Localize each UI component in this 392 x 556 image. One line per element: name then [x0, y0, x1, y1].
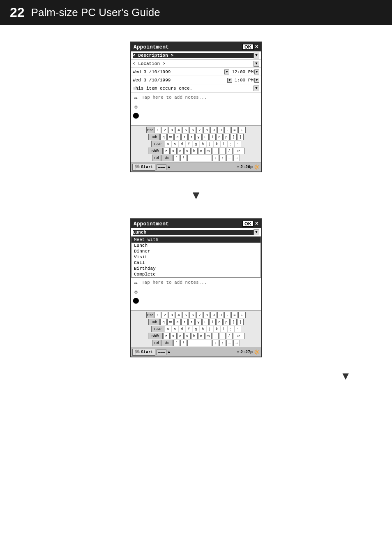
- description-dropdown-1[interactable]: ▼: [254, 53, 259, 58]
- key2-8[interactable]: 8: [203, 312, 210, 318]
- key-space[interactable]: [187, 155, 212, 161]
- key-w[interactable]: w: [167, 134, 174, 140]
- key-backtick[interactable]: `: [173, 155, 180, 161]
- key2-enter[interactable]: ↵: [233, 333, 244, 339]
- key2-t[interactable]: t: [188, 319, 195, 325]
- key2-7[interactable]: 7: [196, 312, 203, 318]
- time2-text[interactable]: 1:00 PM: [235, 78, 254, 83]
- dropdown-item-2[interactable]: Dinner: [131, 248, 261, 254]
- key-comma[interactable]: ,: [212, 148, 219, 154]
- key-down[interactable]: ↓: [212, 155, 219, 161]
- pen-icon-2[interactable]: ✏: [134, 279, 138, 287]
- key2-c[interactable]: c: [177, 333, 184, 339]
- key-o[interactable]: o: [216, 134, 223, 140]
- date2-dropdown[interactable]: ▼: [227, 78, 232, 83]
- key2-y[interactable]: y: [195, 319, 202, 325]
- key2-tab[interactable]: Tab: [148, 319, 160, 325]
- taskbar-kbd-1[interactable]: ▬▬▬: [157, 164, 166, 170]
- key-right[interactable]: →: [233, 155, 240, 161]
- dropdown-item-4[interactable]: Call: [131, 260, 261, 266]
- key-v[interactable]: v: [184, 148, 191, 154]
- key-backspace[interactable]: ←: [238, 127, 246, 133]
- key2-9[interactable]: 9: [210, 312, 217, 318]
- ok-button-1[interactable]: OK: [242, 44, 254, 50]
- date2-text[interactable]: Wed 3 /10/1999: [133, 78, 226, 83]
- key-backslash[interactable]: \: [180, 155, 187, 161]
- time1-dropdown[interactable]: ▼: [254, 70, 259, 74]
- key-cap[interactable]: CAP: [151, 141, 164, 147]
- lunch-dropdown[interactable]: ▼: [254, 229, 259, 235]
- key2-0[interactable]: 0: [217, 312, 224, 318]
- key2-d[interactable]: d: [179, 326, 185, 332]
- location-field-1[interactable]: < Location >: [133, 61, 254, 66]
- dropdown-item-1[interactable]: Lunch: [131, 243, 261, 248]
- dropdown-item-6[interactable]: Complete: [131, 271, 261, 277]
- description-field-1[interactable]: < Description >: [133, 53, 254, 58]
- key2-x[interactable]: x: [170, 333, 177, 339]
- key-ctl[interactable]: Ctl: [152, 155, 161, 161]
- key2-slash[interactable]: /: [226, 333, 233, 339]
- key-esc[interactable]: Esc: [146, 127, 154, 133]
- key-4[interactable]: 4: [175, 127, 182, 133]
- key-rbracket[interactable]: ]: [237, 134, 244, 140]
- key2-k[interactable]: k: [214, 326, 220, 332]
- key-s[interactable]: s: [172, 141, 178, 147]
- key2-backspace[interactable]: ←: [238, 312, 246, 318]
- key-slash[interactable]: /: [226, 148, 233, 154]
- notes-placeholder-2[interactable]: Tap here to add notes...: [141, 279, 259, 308]
- key2-minus[interactable]: -: [224, 312, 231, 318]
- key2-q[interactable]: q: [160, 319, 167, 325]
- key2-right[interactable]: →: [233, 340, 240, 346]
- dropdown-item-3[interactable]: Visit: [131, 254, 261, 260]
- key-y[interactable]: y: [195, 134, 202, 140]
- dropdown-item-5[interactable]: Birthday: [131, 266, 261, 271]
- key-9[interactable]: 9: [210, 127, 217, 133]
- key-g[interactable]: g: [193, 141, 199, 147]
- key2-ctl[interactable]: Ctl: [152, 340, 161, 346]
- key2-2[interactable]: 2: [161, 312, 168, 318]
- start-button-2[interactable]: 🏁 Start: [132, 349, 155, 356]
- key2-v[interactable]: v: [184, 333, 191, 339]
- record-icon-2[interactable]: ⬤: [133, 297, 139, 305]
- key2-j[interactable]: j: [207, 326, 213, 332]
- key-lbracket[interactable]: [: [230, 134, 237, 140]
- taskbar-arrow-2[interactable]: ▲: [168, 350, 170, 354]
- key2-up[interactable]: ↑: [219, 340, 226, 346]
- lunch-field[interactable]: Lunch: [133, 230, 254, 235]
- key-up[interactable]: ↑: [219, 155, 226, 161]
- key2-equals[interactable]: =: [231, 312, 238, 318]
- record-icon[interactable]: ⬤: [133, 112, 139, 120]
- pen-icon[interactable]: ✏: [134, 94, 138, 102]
- key-c[interactable]: c: [177, 148, 184, 154]
- key-k[interactable]: k: [214, 141, 220, 147]
- key-m[interactable]: m: [205, 148, 212, 154]
- key2-o[interactable]: o: [216, 319, 223, 325]
- key2-a[interactable]: a: [165, 326, 171, 332]
- key-u[interactable]: u: [202, 134, 209, 140]
- key2-l[interactable]: l: [221, 326, 227, 332]
- location-dropdown-1[interactable]: ▼: [254, 61, 259, 67]
- key-t[interactable]: t: [188, 134, 195, 140]
- key-3[interactable]: 3: [168, 127, 175, 133]
- notes-placeholder-1[interactable]: Tap here to add notes...: [141, 94, 259, 123]
- time2-dropdown[interactable]: ▼: [254, 78, 259, 83]
- key2-5[interactable]: 5: [182, 312, 189, 318]
- key2-e[interactable]: e: [174, 319, 181, 325]
- key-shift[interactable]: Shift: [148, 148, 163, 154]
- recurrence-text-1[interactable]: This item occurs once.: [133, 86, 254, 91]
- key2-p[interactable]: p: [223, 319, 230, 325]
- key-e[interactable]: e: [174, 134, 181, 140]
- key2-1[interactable]: 1: [154, 312, 161, 318]
- taskbar-kbd-2[interactable]: ▬▬▬: [157, 350, 166, 355]
- key2-left[interactable]: ←: [226, 340, 233, 346]
- key-7[interactable]: 7: [196, 127, 203, 133]
- key-6[interactable]: 6: [189, 127, 196, 133]
- close-button-2[interactable]: ×: [255, 220, 258, 227]
- key-semicolon[interactable]: ;: [228, 141, 234, 147]
- key2-m[interactable]: m: [205, 333, 212, 339]
- close-button-1[interactable]: ×: [255, 44, 258, 50]
- key2-g[interactable]: g: [193, 326, 199, 332]
- dropdown-item-0[interactable]: Meet with: [131, 237, 261, 243]
- key2-i[interactable]: i: [209, 319, 216, 325]
- key2-f[interactable]: f: [186, 326, 192, 332]
